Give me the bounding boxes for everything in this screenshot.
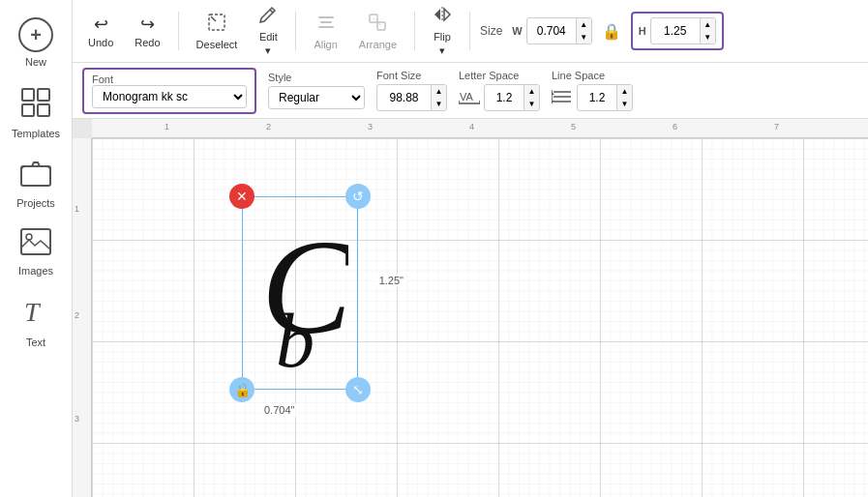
sep1 [178, 12, 179, 50]
width-input[interactable] [527, 21, 576, 41]
sep4 [469, 12, 470, 50]
redo-button[interactable]: ↪ Redo [127, 10, 167, 52]
line-space-input-container: ▲ ▼ [577, 84, 633, 111]
font-control: Monogram kk sc Arial Times New Roman [92, 85, 247, 108]
letter-space-section: Letter Space VA ▲ ▼ [459, 70, 540, 111]
scale-handle[interactable]: ⤡ [345, 377, 371, 402]
deselect-button[interactable]: Deselect [189, 9, 246, 54]
line-space-input[interactable] [578, 88, 616, 107]
width-spinners: ▲ ▼ [576, 18, 591, 44]
edit-label: Edit [259, 31, 278, 43]
height-spinners: ▲ ▼ [700, 18, 715, 44]
letter-space-input[interactable] [485, 88, 524, 107]
sidebar-item-text-label: Text [26, 336, 45, 348]
sep2 [295, 12, 296, 50]
properties-bar: Font Monogram kk sc Arial Times New Roma… [73, 63, 868, 119]
width-down[interactable]: ▼ [576, 31, 591, 44]
arrange-label: Arrange [359, 39, 397, 50]
height-input-container: ▲ ▼ [650, 17, 716, 44]
font-size-down[interactable]: ▼ [431, 98, 446, 110]
height-dimension-label: 1.25" [376, 274, 406, 287]
sidebar-item-templates[interactable]: Templates [0, 77, 72, 149]
size-w-row: W ▲ ▼ [512, 17, 591, 44]
style-select[interactable]: Regular Bold Italic [268, 86, 365, 109]
svg-rect-5 [21, 229, 50, 254]
font-size-up[interactable]: ▲ [431, 85, 446, 98]
sidebar-item-projects[interactable]: Projects [0, 149, 72, 219]
font-size-section: Font Size ▲ ▼ [376, 70, 447, 111]
sidebar-item-images[interactable]: Images [0, 219, 72, 286]
canvas-content: ✕ ↺ 🔒 ⤡ C b 0.704" [92, 138, 868, 497]
letter-space-up[interactable]: ▲ [524, 85, 539, 98]
monogram-character: C b [252, 206, 348, 380]
ruler-h-tick-7: 7 [774, 122, 779, 132]
align-label: Align [314, 39, 337, 50]
font-size-spinners: ▲ ▼ [431, 85, 446, 110]
deselect-icon [207, 13, 226, 37]
redo-label: Redo [135, 37, 160, 48]
width-up[interactable]: ▲ [576, 18, 591, 31]
height-input[interactable] [651, 21, 700, 41]
size-label: Size [480, 24, 502, 38]
letter-space-down[interactable]: ▼ [524, 98, 539, 110]
ruler-vertical: 1 2 3 [73, 138, 92, 497]
sidebar-item-templates-label: Templates [12, 128, 60, 139]
align-icon [316, 13, 336, 37]
ruler-h-tick-2: 2 [266, 122, 271, 132]
style-label: Style [268, 72, 365, 83]
size-lock-icon[interactable]: 🔒 [602, 22, 621, 41]
sidebar-item-new[interactable]: + New [0, 8, 72, 77]
letter-space-input-container: ▲ ▼ [484, 84, 540, 111]
svg-rect-11 [318, 16, 334, 18]
line-space-label: Line Space [552, 70, 633, 81]
flip-button[interactable]: Flip ▾ [425, 1, 460, 61]
rotate-handle[interactable]: ↺ [345, 184, 371, 209]
font-select[interactable]: Monogram kk sc Arial Times New Roman [92, 85, 247, 108]
main-area: ↩ Undo ↪ Redo Deselect Edit ▾ Align [73, 0, 868, 497]
sidebar-item-text[interactable]: T Text [0, 286, 72, 358]
height-up[interactable]: ▲ [700, 18, 715, 31]
toolbar: ↩ Undo ↪ Redo Deselect Edit ▾ Align [73, 0, 868, 63]
letter-space-label: Letter Space [459, 70, 540, 81]
svg-line-9 [211, 16, 216, 21]
edit-button[interactable]: Edit ▾ [251, 1, 285, 61]
svg-rect-3 [38, 104, 49, 116]
svg-rect-0 [22, 89, 34, 101]
text-icon: T [20, 296, 51, 333]
images-icon [20, 228, 51, 261]
flip-label: Flip [434, 31, 451, 43]
svg-text:b: b [276, 298, 313, 371]
font-section: Font Monogram kk sc Arial Times New Roma… [82, 68, 256, 114]
arrange-button[interactable]: Arrange [351, 9, 404, 54]
h-label: H [639, 25, 646, 37]
svg-rect-4 [21, 166, 50, 186]
sidebar-item-new-label: New [25, 56, 46, 68]
undo-button[interactable]: ↩ Undo [80, 10, 121, 52]
svg-rect-1 [38, 89, 49, 101]
ruler-h-tick-1: 1 [165, 122, 169, 132]
line-space-up[interactable]: ▲ [616, 85, 632, 98]
sidebar: + New Templates Projects Images T Text [0, 0, 73, 497]
style-section: Style Regular Bold Italic [268, 72, 365, 109]
height-down[interactable]: ▼ [700, 31, 715, 44]
deselect-label: Deselect [196, 39, 238, 50]
font-size-control: ▲ ▼ [376, 84, 447, 111]
ruler-v-tick-3: 3 [75, 414, 79, 424]
templates-icon [20, 87, 51, 124]
selected-object[interactable]: ✕ ↺ 🔒 ⤡ C b 0.704" [242, 196, 358, 390]
svg-line-10 [270, 10, 273, 13]
w-label: W [512, 25, 522, 37]
line-space-down[interactable]: ▼ [616, 98, 632, 110]
new-icon: + [18, 17, 53, 52]
line-space-control: ▲ ▼ [552, 84, 633, 111]
align-button[interactable]: Align [306, 9, 344, 54]
sep3 [414, 12, 415, 50]
ruler-h-tick-6: 6 [673, 122, 677, 132]
svg-rect-29 [92, 138, 868, 497]
font-size-input[interactable] [377, 88, 431, 107]
font-size-input-container: ▲ ▼ [376, 84, 447, 111]
svg-rect-13 [318, 26, 334, 28]
width-dimension-label: 0.704" [261, 403, 297, 417]
line-space-icon [552, 88, 573, 108]
projects-icon [20, 159, 51, 193]
